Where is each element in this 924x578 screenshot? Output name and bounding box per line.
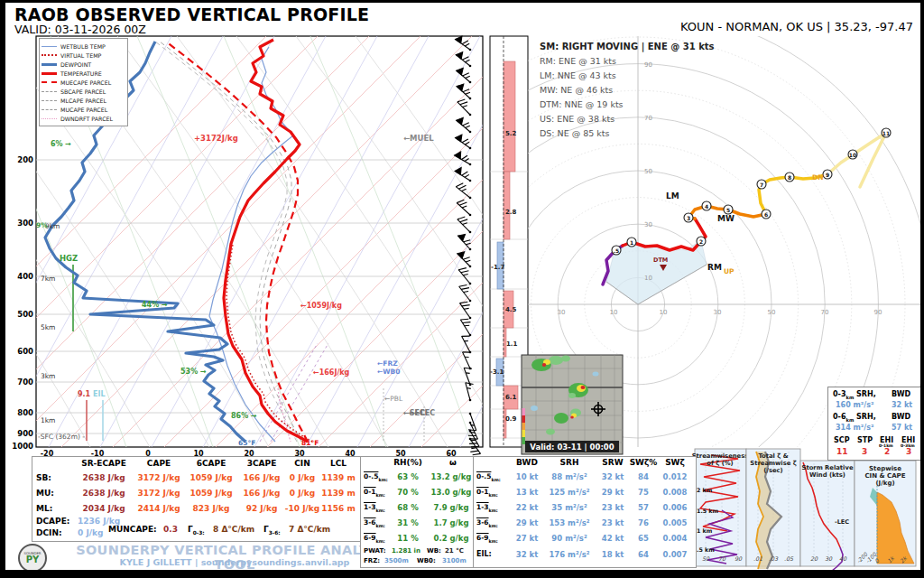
layer-label: 3-6km: <box>364 518 385 528</box>
svg-text:70: 70 <box>821 309 829 316</box>
virtual-temp-line-icon <box>42 54 57 56</box>
layer-unit: km: <box>376 538 385 544</box>
station-info: KOUN - NORMAN, OK US | 35.23, -97.47 <box>680 20 913 33</box>
surface-note: -SFC (362m) - <box>38 433 85 441</box>
legend-label: DEWPOINT <box>60 61 91 68</box>
bwd6-value: 57 kt <box>892 424 912 432</box>
layer-label: 0-1km: <box>476 488 498 498</box>
swzpct-value: 84 <box>638 472 649 481</box>
mu-cape: 3172 J/kg <box>137 489 180 498</box>
temperature-line-icon <box>42 72 57 75</box>
row-label: MU: <box>36 489 54 498</box>
srw-panel: Storm Relative Wind (kts) -LEC 20 30 40 <box>800 461 855 571</box>
lm-label: LM <box>666 191 679 200</box>
swzpct-value: 57 <box>638 503 649 512</box>
swz-value: 0.007 <box>663 550 688 559</box>
muel-label: ←MUEL <box>403 134 434 143</box>
omega-value: 1.7 g/kg <box>434 518 469 527</box>
svg-text:5.2: 5.2 <box>505 130 517 137</box>
wb-label: WB: <box>427 547 441 555</box>
scp-value: 11 <box>836 447 848 456</box>
radar-inset: Valid: 03-11 | 00:00 <box>522 355 623 454</box>
scp-label: SCP <box>834 436 850 444</box>
lapse36-label: Γ3-6: <box>263 525 281 536</box>
pwat-label: PWAT: <box>364 547 386 555</box>
skewt-legend: WETBULB TEMP VIRTUAL TEMP DEWPOINT TEMPE… <box>39 38 128 126</box>
svg-text:30: 30 <box>825 555 833 562</box>
p2-title-2: Streamwise ζ <box>750 460 796 467</box>
bwd-value: 10 kt <box>516 472 539 481</box>
legend-label: SBCAPE PARCEL <box>60 89 106 95</box>
wb0-table-label: WB0: <box>417 557 436 564</box>
pwat-value: 1.281 in <box>392 547 420 555</box>
rm-line: RM: ENE @ 31 kts <box>540 54 715 69</box>
row-label: ML: <box>36 504 52 513</box>
srw-value: 42 kt <box>602 534 624 543</box>
streamwiseness-panel: Streamwiseness of ζ (%) 2 km 1.5 km 1 km… <box>692 449 749 566</box>
ds-line: DS: NE @ 85 kts <box>540 126 715 141</box>
eil-label: EIL <box>93 390 106 398</box>
svg-text:10: 10 <box>660 309 668 316</box>
rh-3km-label: 53% → <box>180 368 207 376</box>
svg-text:0.9: 0.9 <box>505 415 517 423</box>
p3-ticks: 20 30 40 <box>810 555 847 562</box>
svg-text:400: 400 <box>17 272 33 281</box>
frz-table-label: FRZ: <box>364 557 380 564</box>
svg-text:7: 7 <box>760 182 763 188</box>
swz-value: 0.012 <box>663 472 688 481</box>
omega-value: 7.9 g/kg <box>434 503 469 512</box>
svg-text:1000: 1000 <box>12 442 33 451</box>
layer-unit: km: <box>489 492 498 498</box>
cape6-annotation: ←1059J/kg <box>300 302 342 310</box>
rh-value: 11 % <box>397 534 418 543</box>
svg-text:.5: .5 <box>614 247 619 254</box>
sb-srecape: 2638 J/kg <box>82 473 125 482</box>
muncape-value: 0.3 <box>163 525 178 534</box>
stp-value: 3 <box>862 447 867 456</box>
swzpct-header: SWζ% <box>630 458 658 467</box>
swz-header: SWζ <box>665 458 685 467</box>
svg-text:900: 900 <box>17 429 33 438</box>
vorticity-panel: Total ζ & Streamwise ζ (/sec) .01 .03 .0… <box>746 449 800 569</box>
p1-title-2: of ζ (%) <box>707 460 733 467</box>
dwndrft-line-icon <box>42 118 57 119</box>
upshear-label: UP <box>724 267 735 275</box>
stp-label: STP <box>857 436 873 444</box>
rh-6km-label: 44% → <box>142 301 168 309</box>
sounderpy-figure: 200300 400500 600700 800900 1000 13km9km… <box>0 0 924 578</box>
lec-annotation: -LEC <box>835 518 849 526</box>
ml-cape: 2414 J/kg <box>137 504 180 513</box>
rh-value: 63 % <box>397 472 418 481</box>
layer-unit: km: <box>489 508 498 513</box>
srw-value: 18 kt <box>602 550 624 559</box>
rh-9km-label: 9% <box>36 221 48 229</box>
svg-text:200: 200 <box>17 155 33 164</box>
dtm-label: DTM <box>653 256 668 264</box>
svg-text:-1.7: -1.7 <box>491 264 504 271</box>
layer-unit: km: <box>489 523 498 528</box>
mu-srecape: 2638 J/kg <box>82 489 125 498</box>
bwd-value: 32 kt <box>516 550 539 559</box>
rh-header: RH(%) <box>393 458 422 467</box>
ml-6cape: 823 J/kg <box>193 504 230 513</box>
muecape-line-icon <box>42 81 57 83</box>
mu-6cape: 1059 J/kg <box>189 489 232 498</box>
layer-range: 0-.5 <box>364 472 378 480</box>
srh-value: 88 m²/s² <box>551 472 587 481</box>
layer-label: 3-6km: <box>476 518 498 528</box>
legend-label: MUECAPE PARCEL <box>60 79 111 86</box>
ehi1-value: 2 <box>884 447 890 456</box>
bwd-value: 13 kt <box>516 488 539 497</box>
srh-value: 90 m²/s² <box>551 534 587 543</box>
logo-text-bottom: PY <box>20 555 45 564</box>
svg-text:5: 5 <box>726 207 730 213</box>
swz-value: 0.008 <box>663 488 688 497</box>
svg-text:2: 2 <box>699 238 703 245</box>
ml-lcl: 1156 m <box>321 504 356 513</box>
p2-title-1: Total ζ & <box>758 452 788 460</box>
svg-text:.5 km: .5 km <box>697 546 715 553</box>
srh-value: 35 m²/s² <box>551 503 587 512</box>
lapse36-value: 7 Δ°C/km <box>289 525 330 534</box>
svg-text:30: 30 <box>558 309 566 316</box>
svg-text:4.5: 4.5 <box>505 306 517 313</box>
